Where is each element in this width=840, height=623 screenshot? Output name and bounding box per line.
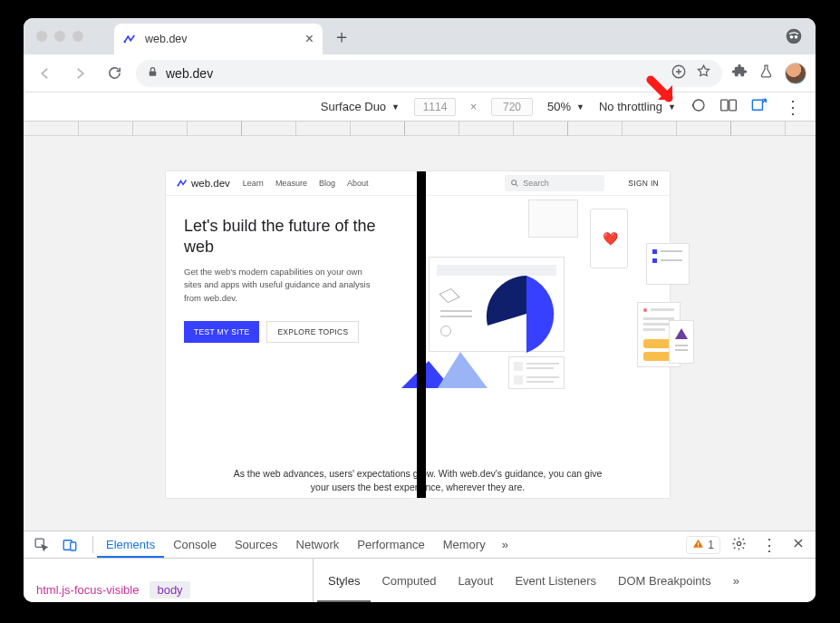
address-bar[interactable]: web.dev xyxy=(136,60,722,87)
maximize-window-dot[interactable] xyxy=(72,31,83,42)
close-window-dot[interactable] xyxy=(36,31,47,42)
subtab-dom-breakpoints[interactable]: DOM Breakpoints xyxy=(607,559,722,602)
close-devtools-icon[interactable] xyxy=(788,537,808,552)
svg-rect-4 xyxy=(150,71,157,75)
toggle-device-toolbar-icon[interactable] xyxy=(58,537,82,553)
dom-breadcrumb: html.js-focus-visible body xyxy=(24,559,314,602)
svg-point-10 xyxy=(177,184,179,186)
svg-point-17 xyxy=(737,541,740,545)
chevron-down-icon: ▼ xyxy=(391,102,400,112)
reload-button[interactable] xyxy=(101,61,127,86)
warnings-count: 1 xyxy=(708,539,714,551)
inspect-element-icon[interactable] xyxy=(29,537,53,552)
tab-performance[interactable]: Performance xyxy=(348,531,433,558)
nav-measure[interactable]: Measure xyxy=(275,179,307,188)
tab-memory[interactable]: Memory xyxy=(434,531,495,558)
devtools-menu-icon[interactable]: ⋮ xyxy=(758,535,781,555)
sign-in-button[interactable]: SIGN IN xyxy=(628,179,659,188)
emulated-viewport-area: web.dev Learn Measure Blog About Search … xyxy=(24,136,816,531)
devtools-tab-bar: Elements Console Sources Network Perform… xyxy=(24,531,816,559)
nav-blog[interactable]: Blog xyxy=(319,179,335,188)
site-logo[interactable]: web.dev xyxy=(177,178,230,189)
extension-icons xyxy=(731,63,806,84)
width-input[interactable]: 1114 xyxy=(414,98,456,116)
device-name: Surface Duo xyxy=(321,100,386,113)
tab-elements[interactable]: Elements xyxy=(97,531,164,558)
ruler xyxy=(24,122,816,136)
dimension-separator: × xyxy=(470,101,477,113)
minimize-window-dot[interactable] xyxy=(54,31,65,42)
subtab-computed[interactable]: Computed xyxy=(371,559,447,602)
extensions-icon[interactable] xyxy=(731,63,748,83)
styles-subtabs: Styles Computed Layout Event Listeners D… xyxy=(314,559,816,602)
nav-about[interactable]: About xyxy=(347,179,369,188)
svg-rect-15 xyxy=(698,541,699,544)
tab-close-button[interactable]: × xyxy=(305,32,314,46)
back-button[interactable] xyxy=(33,61,58,86)
chevron-down-icon: ▼ xyxy=(576,102,584,112)
tab-network[interactable]: Network xyxy=(287,531,349,558)
hero-illustration: ❤️ xyxy=(410,216,652,453)
bookmark-star-icon[interactable] xyxy=(696,63,711,83)
more-tabs-icon[interactable]: » xyxy=(495,531,516,558)
profile-avatar[interactable] xyxy=(785,63,806,84)
nav-learn[interactable]: Learn xyxy=(243,179,264,188)
svg-rect-14 xyxy=(71,542,76,550)
install-pwa-icon[interactable] xyxy=(671,63,687,83)
dual-screen-icon[interactable] xyxy=(719,97,738,116)
test-my-site-button[interactable]: TEST MY SITE xyxy=(184,321,259,343)
tab-sources[interactable]: Sources xyxy=(226,531,287,558)
tab-title: web.dev xyxy=(145,33,298,45)
svg-point-11 xyxy=(512,180,517,185)
site-search[interactable]: Search xyxy=(505,175,604,191)
device-toolbar: Surface Duo ▼ 1114 × 720 50% ▼ No thrott… xyxy=(24,92,816,122)
subtab-event-listeners[interactable]: Event Listeners xyxy=(504,559,607,602)
svg-point-2 xyxy=(790,35,794,39)
search-placeholder: Search xyxy=(523,179,549,188)
subtab-layout[interactable]: Layout xyxy=(447,559,504,602)
profile-indicator-icon[interactable] xyxy=(785,27,803,49)
svg-point-0 xyxy=(123,41,126,44)
subtab-styles[interactable]: Styles xyxy=(317,559,371,602)
browser-toolbar: web.dev xyxy=(24,54,816,92)
svg-rect-9 xyxy=(752,100,762,110)
device-select[interactable]: Surface Duo ▼ xyxy=(321,100,400,113)
hero-subtitle: Get the web's modern capabilities on you… xyxy=(184,266,374,305)
warnings-chip[interactable]: 1 xyxy=(686,536,720,554)
hero-title: Let's build the future of the web xyxy=(184,216,401,257)
tab-strip: web.dev × ＋ xyxy=(24,18,816,54)
height-input[interactable]: 720 xyxy=(491,98,533,116)
browser-window: web.dev × ＋ web.dev Surface Duo xyxy=(24,18,816,602)
explore-topics-button[interactable]: EXPLORE TOPICS xyxy=(266,321,359,343)
rotate-icon[interactable] xyxy=(690,97,707,116)
zoom-value: 50% xyxy=(547,100,571,113)
device-toolbar-menu[interactable]: ⋮ xyxy=(780,96,805,118)
zoom-select[interactable]: 50% ▼ xyxy=(547,100,584,113)
breadcrumb-body[interactable]: body xyxy=(150,581,189,599)
breadcrumb-html[interactable]: html.js-focus-visible xyxy=(29,581,146,599)
more-subtabs-icon[interactable]: » xyxy=(722,559,750,602)
forward-button[interactable] xyxy=(67,61,92,86)
labs-icon[interactable] xyxy=(758,63,774,83)
device-posture-icon[interactable] xyxy=(750,97,768,117)
window-controls xyxy=(24,18,96,54)
devtools-panel: Elements Console Sources Network Perform… xyxy=(24,531,816,602)
throttling-select[interactable]: No throttling ▼ xyxy=(599,100,676,113)
throttling-value: No throttling xyxy=(599,100,662,113)
tab-favicon xyxy=(123,32,138,46)
new-tab-button[interactable]: ＋ xyxy=(328,23,355,50)
emulated-page: web.dev Learn Measure Blog About Search … xyxy=(166,171,670,498)
svg-point-1 xyxy=(787,29,802,44)
browser-tab[interactable]: web.dev × xyxy=(114,24,323,54)
settings-gear-icon[interactable] xyxy=(728,536,750,554)
svg-rect-7 xyxy=(721,100,729,111)
svg-rect-8 xyxy=(729,100,737,111)
site-nav: Learn Measure Blog About xyxy=(243,179,369,188)
device-hinge xyxy=(417,171,426,498)
site-brand-text: web.dev xyxy=(191,178,230,189)
url-text: web.dev xyxy=(166,66,663,81)
tab-console[interactable]: Console xyxy=(164,531,226,558)
svg-point-3 xyxy=(795,35,798,39)
warning-icon xyxy=(692,538,704,552)
svg-rect-16 xyxy=(698,545,699,546)
